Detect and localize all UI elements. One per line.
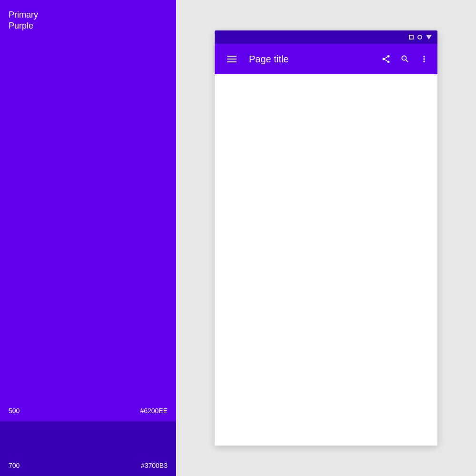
hamburger-line-1 [227,56,237,57]
more-icon [419,54,429,64]
app-bar-actions [377,50,434,69]
status-square-icon [409,35,414,40]
status-circle-icon [417,35,422,40]
search-button[interactable] [396,50,415,69]
search-icon [400,54,410,64]
hamburger-line-3 [227,61,237,62]
menu-button[interactable] [222,50,241,69]
color-shade-700: 700 [9,462,20,469]
color-label: Primary Purple [9,10,168,32]
color-hex-500: #6200EE [140,407,168,415]
share-icon [381,54,391,64]
color-info-row-500: 500 #6200EE [9,407,168,415]
color-swatch-500: Primary Purple 500 #6200EE [0,0,176,421]
color-swatch-700: 700 #3700B3 [0,421,176,476]
color-panel: Primary Purple 500 #6200EE 700 #3700B3 [0,0,176,476]
color-info-row-700: 700 #3700B3 [9,462,168,469]
status-bar [215,30,437,44]
app-bar: Page title [215,44,437,74]
mockup-area: Page title [176,0,476,476]
color-hex-700: #3700B3 [141,462,168,469]
color-label-line1: Primary [9,10,38,20]
app-bar-title: Page title [241,54,377,65]
hamburger-icon [227,56,237,62]
hamburger-line-2 [227,59,237,60]
share-button[interactable] [377,50,396,69]
content-area [215,74,437,446]
phone-frame: Page title [215,30,437,446]
color-shade-500: 500 [9,407,20,415]
status-triangle-icon [426,35,432,40]
more-button[interactable] [415,50,434,69]
color-label-line2: Purple [9,21,33,30]
